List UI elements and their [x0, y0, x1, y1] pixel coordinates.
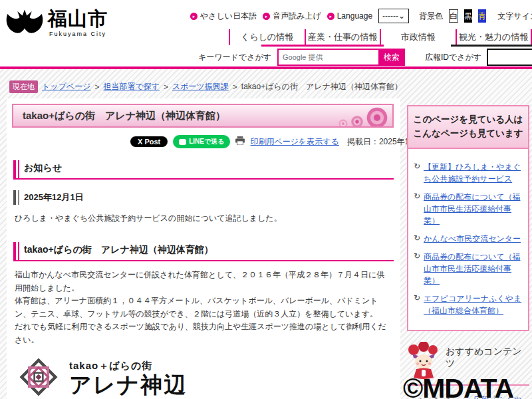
- related-link-label: エフピコアリーナふくやま（福山市総合体育館）: [424, 293, 523, 317]
- language-label: Language: [337, 11, 372, 21]
- page-title-banner: takao+ばらの街 アレナ神辺（神辺体育館）: [12, 104, 394, 128]
- notice-text: ひろしま・やまぐち公共施設予約サービスの開始について追記しました。: [15, 212, 392, 225]
- related-link-item[interactable]: ↻ 【更新】ひろしま・やまぐち公共施設予約サービス: [414, 161, 523, 185]
- arena-logo-top-text: takao＋ばらの街: [69, 360, 187, 372]
- related-pages-box: このページを見ている人はこんなページも見ています ↻ 【更新】ひろしま・やまぐち…: [407, 105, 529, 331]
- speech-readout-label: 音声読み上げ: [273, 11, 321, 22]
- language-value: ------: [382, 11, 398, 21]
- related-link-item[interactable]: ↻ 商品券の配布について（福山市市民生活応援給付事業）: [414, 191, 523, 227]
- city-name: 福山市: [48, 9, 108, 30]
- breadcrumb-current-page: takao+ばらの街 アレナ神辺（神辺体育館）: [241, 81, 402, 92]
- current-location-badge: 現在地: [9, 80, 38, 93]
- printer-icon: [235, 136, 245, 147]
- breadcrumb-separator: >: [164, 82, 168, 92]
- site-logo[interactable]: 福山市 Fukuyama City: [5, 7, 108, 37]
- facility-heading: takao+ばらの街 アレナ神辺（神辺体育館）: [13, 242, 394, 261]
- language-group: ▸ Language: [327, 11, 372, 21]
- breadcrumb: 現在地 トップページ > 担当部署で探す > スポーツ振興課 > takao+ば…: [9, 80, 402, 93]
- breadcrumb-link-sports[interactable]: スポーツ振興課: [172, 81, 229, 92]
- keyword-search-button[interactable]: 検索: [378, 49, 405, 66]
- arena-logo-main-text: アレナ神辺: [69, 372, 187, 398]
- breadcrumb-link-department[interactable]: 担当部署で探す: [103, 81, 160, 92]
- refresh-icon: ↻: [414, 293, 420, 317]
- arrow-circle-icon: ▸: [263, 13, 270, 20]
- language-select[interactable]: ------ ⌄: [378, 9, 409, 23]
- arena-emblem-icon: [17, 356, 60, 399]
- refresh-icon: ↻: [414, 161, 420, 185]
- bg-blue-button[interactable]: 青: [478, 9, 486, 23]
- related-link-label: 【更新】ひろしま・やまぐち公共施設予約サービス: [424, 161, 523, 185]
- chevron-down-icon: ⌄: [398, 11, 405, 21]
- bg-white-button[interactable]: 白: [449, 9, 458, 23]
- speech-readout-link[interactable]: ▸ 音声読み上げ: [263, 11, 321, 22]
- fontsize-label: 文字サイズ: [497, 11, 532, 22]
- nav-underline-pink: [261, 45, 384, 47]
- koho-id-input[interactable]: [487, 49, 532, 66]
- breadcrumb-link-home[interactable]: トップページ: [42, 81, 90, 92]
- refresh-icon: ↻: [414, 233, 420, 245]
- related-link-label: 商品券の配布について（福山市市民生活応援給付事業）: [424, 251, 523, 287]
- page-title: takao+ばらの街 アレナ神辺（神辺体育館）: [23, 110, 225, 122]
- nav-underline-black: [451, 45, 532, 47]
- line-icon: [179, 139, 186, 145]
- facility-paragraph-1: 福山市かんなべ市民交流センターに併設された体育館として、２０１６年（平成２８年）…: [15, 269, 392, 346]
- site-header: 福山市 Fukuyama City ▸ やさしい日本語 ▸ 音声読み上げ ▸ L…: [0, 0, 532, 69]
- koho-id-label: 広報IDでさがす: [425, 52, 481, 63]
- keyword-search-label: キーワードでさがす: [198, 52, 271, 63]
- related-link-item[interactable]: ↻ 商品券の配布について（福山市市民生活応援給付事業）: [414, 251, 523, 287]
- x-post-button[interactable]: X Post: [130, 136, 168, 147]
- main-content: takao+ばらの街 アレナ神辺（神辺体育館） X Post LINEで送る 印…: [7, 98, 400, 399]
- nav-item-kanko[interactable]: 観光・魅力の情報: [456, 29, 532, 45]
- easy-japanese-label: やさしい日本語: [200, 11, 257, 22]
- related-pages-heading: このページを見ている人はこんなページも見ています: [408, 106, 528, 149]
- print-page-link[interactable]: 印刷用ページを表示する: [250, 136, 338, 148]
- related-link-label: かんなべ市民交流センター: [424, 233, 521, 245]
- rose-decoration-icon: [338, 106, 388, 128]
- keyword-search-input[interactable]: [277, 49, 378, 66]
- line-share-button[interactable]: LINEで送る: [173, 135, 230, 148]
- bat-icon: [5, 7, 44, 37]
- arena-logo: takao＋ばらの街 アレナ神辺: [17, 356, 392, 399]
- share-row: X Post LINEで送る 印刷用ページを表示する 掲載日：2025年12月1…: [130, 135, 395, 148]
- notice-date: 2025年12月1日: [13, 190, 394, 205]
- related-link-label: 商品券の配布について（福山市市民生活応援給付事業）: [424, 191, 523, 227]
- easy-japanese-link[interactable]: ▸ やさしい日本語: [190, 11, 257, 22]
- notice-heading: お知らせ: [13, 160, 394, 180]
- arrow-circle-icon: ▸: [190, 13, 198, 20]
- related-link-item[interactable]: ↻ エフピコアリーナふくやま（福山市総合体育館）: [414, 293, 523, 317]
- related-link-item[interactable]: ↻ かんなべ市民交流センター: [414, 233, 523, 245]
- utility-bar: ▸ やさしい日本語 ▸ 音声読み上げ ▸ Language ------ ⌄ 背…: [190, 9, 529, 23]
- bg-black-button[interactable]: 黒: [464, 9, 472, 23]
- sidebar: このページを見ている人はこんなページも見ています ↻ 【更新】ひろしま・やまぐち…: [407, 105, 529, 399]
- refresh-icon: ↻: [414, 251, 420, 287]
- line-share-label: LINEで送る: [189, 137, 224, 146]
- nav-item-shisei[interactable]: 市政情報: [380, 29, 456, 45]
- breadcrumb-separator: >: [94, 82, 99, 92]
- search-bar: キーワードでさがす 検索 広報IDでさがす 検索: [198, 49, 532, 66]
- main-nav: くらしの情報 産業・仕事の情報 市政情報 観光・魅力の情報: [229, 29, 532, 45]
- nav-item-kurashi[interactable]: くらしの情報: [229, 29, 305, 45]
- refresh-icon: ↻: [414, 191, 420, 227]
- breadcrumb-separator: >: [233, 82, 237, 92]
- city-name-en: Fukuyama City: [49, 31, 106, 37]
- nav-item-sangyo[interactable]: 産業・仕事の情報: [305, 29, 380, 45]
- arrow-circle-icon: ▸: [327, 13, 334, 20]
- watermark: ©MDATA: [403, 373, 513, 399]
- bg-color-label: 背景色: [419, 11, 443, 22]
